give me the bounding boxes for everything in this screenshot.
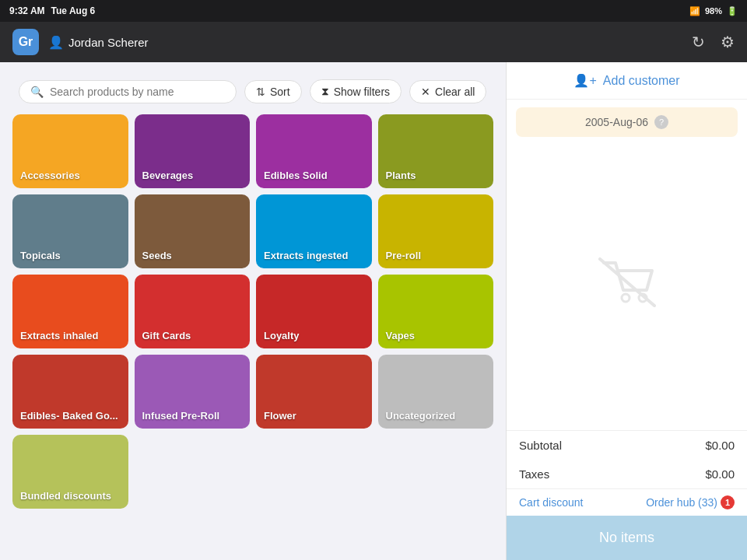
cart-empty <box>507 145 747 430</box>
category-label-extracts-inhaled: Extracts inhaled <box>20 330 98 342</box>
app-logo: Gr <box>12 29 39 55</box>
status-bar: 9:32 AM Tue Aug 6 📶 98% 🔋 <box>0 0 747 22</box>
user-info: 👤 Jordan Scherer <box>48 35 149 50</box>
order-hub-button[interactable]: Order hub (33) 1 <box>646 495 735 509</box>
user-name: Jordan Scherer <box>68 36 149 49</box>
header-right: ↻ ⚙ <box>692 33 735 51</box>
header-left: Gr 👤 Jordan Scherer <box>12 29 149 55</box>
category-label-flower: Flower <box>264 410 296 422</box>
taxes-value: $0.00 <box>705 467 735 481</box>
category-tile-infused-pre-roll[interactable]: Infused Pre-Roll <box>135 355 251 429</box>
category-label-loyalty: Loyalty <box>264 330 300 342</box>
category-tile-loyalty[interactable]: Loyalty <box>256 275 372 348</box>
category-label-gift-cards: Gift Cards <box>142 330 191 342</box>
category-tile-gift-cards[interactable]: Gift Cards <box>135 275 251 348</box>
category-label-infused-pre-roll: Infused Pre-Roll <box>142 410 220 422</box>
date-value: 2005-Aug-06 <box>585 116 648 128</box>
sort-label: Sort <box>270 86 290 98</box>
category-grid: AccessoriesBeveragesEdibles SolidPlantsT… <box>9 111 496 512</box>
clear-all-button[interactable]: ✕ Clear all <box>409 80 486 103</box>
category-tile-extracts-ingested[interactable]: Extracts ingested <box>256 194 372 268</box>
category-tile-pre-roll[interactable]: Pre-roll <box>378 194 494 268</box>
add-customer-label: Add customer <box>603 74 680 88</box>
category-tile-beverages[interactable]: Beverages <box>135 114 251 188</box>
filter-icon: ⧗ <box>321 85 329 98</box>
category-label-plants: Plants <box>386 170 416 182</box>
category-label-edibles-baked: Edibles- Baked Go... <box>20 410 118 422</box>
show-filters-label: Show filters <box>334 86 390 98</box>
right-panel: 👤+ Add customer 2005-Aug-06 ? Subtotal $… <box>506 62 747 560</box>
category-tile-bundled-discounts[interactable]: Bundled discounts <box>12 435 128 509</box>
add-customer-button[interactable]: 👤+ Add customer <box>507 62 747 100</box>
discount-row: Cart discount Order hub (33) 1 <box>507 488 747 516</box>
svg-point-0 <box>622 294 630 302</box>
battery-icon: 🔋 <box>727 6 738 16</box>
empty-cart-icon <box>596 255 658 320</box>
time: 9:32 AM <box>9 5 45 16</box>
search-icon: 🔍 <box>30 86 44 98</box>
order-hub-label: Order hub (33) <box>646 496 717 509</box>
main-layout: 🔍 ⇅ Sort ⧗ Show filters ✕ Clear all Acce… <box>0 62 747 560</box>
sort-icon: ⇅ <box>256 86 265 98</box>
category-label-topicals: Topicals <box>20 250 61 262</box>
date-badge: 2005-Aug-06 ? <box>516 107 738 137</box>
date: Tue Aug 6 <box>51 5 96 16</box>
toolbar: 🔍 ⇅ Sort ⧗ Show filters ✕ Clear all <box>9 72 496 111</box>
subtotal-value: $0.00 <box>705 439 735 452</box>
search-input[interactable] <box>50 86 225 98</box>
help-icon: ? <box>654 115 668 129</box>
user-icon: 👤 <box>48 35 64 50</box>
clear-all-label: Clear all <box>435 86 475 98</box>
category-tile-topicals[interactable]: Topicals <box>12 194 128 268</box>
header: Gr 👤 Jordan Scherer ↻ ⚙ <box>0 22 747 62</box>
category-tile-accessories[interactable]: Accessories <box>12 114 128 188</box>
svg-line-2 <box>600 259 654 306</box>
category-label-vapes: Vapes <box>386 330 416 342</box>
category-label-accessories: Accessories <box>20 170 80 182</box>
category-label-extracts-ingested: Extracts ingested <box>264 250 348 262</box>
order-hub-badge: 1 <box>721 495 735 509</box>
sort-button[interactable]: ⇅ Sort <box>244 80 302 103</box>
no-items-label: No items <box>599 530 654 545</box>
category-tile-extracts-inhaled[interactable]: Extracts inhaled <box>12 275 128 348</box>
search-box[interactable]: 🔍 <box>19 80 237 103</box>
taxes-label: Taxes <box>519 467 549 481</box>
show-filters-button[interactable]: ⧗ Show filters <box>310 79 402 103</box>
category-tile-seeds[interactable]: Seeds <box>135 194 251 268</box>
category-tile-uncategorized[interactable]: Uncategorized <box>378 355 494 429</box>
category-label-pre-roll: Pre-roll <box>386 250 422 262</box>
category-tile-edibles-solid[interactable]: Edibles Solid <box>256 114 372 188</box>
battery: 98% <box>705 6 722 16</box>
right-footer: Subtotal $0.00 Taxes $0.00 Cart discount… <box>507 430 747 560</box>
category-tile-vapes[interactable]: Vapes <box>378 275 494 348</box>
no-items-button[interactable]: No items <box>507 516 747 560</box>
category-label-beverages: Beverages <box>142 170 194 182</box>
category-tile-plants[interactable]: Plants <box>378 114 494 188</box>
category-tile-flower[interactable]: Flower <box>256 355 372 429</box>
status-left: 9:32 AM Tue Aug 6 <box>9 5 95 16</box>
category-label-bundled-discounts: Bundled discounts <box>20 490 111 502</box>
refresh-icon[interactable]: ↻ <box>692 33 705 51</box>
category-label-edibles-solid: Edibles Solid <box>264 170 328 182</box>
clear-icon: ✕ <box>421 86 430 98</box>
wifi-icon: 📶 <box>689 6 700 16</box>
settings-icon[interactable]: ⚙ <box>721 33 735 51</box>
cart-discount-button[interactable]: Cart discount <box>519 496 583 509</box>
left-panel: 🔍 ⇅ Sort ⧗ Show filters ✕ Clear all Acce… <box>0 62 506 560</box>
subtotal-label: Subtotal <box>519 439 562 452</box>
category-label-uncategorized: Uncategorized <box>386 410 456 422</box>
taxes-row: Taxes $0.00 <box>507 460 747 488</box>
add-customer-icon: 👤+ <box>573 73 596 88</box>
category-tile-edibles-baked[interactable]: Edibles- Baked Go... <box>12 355 128 429</box>
subtotal-row: Subtotal $0.00 <box>507 431 747 460</box>
category-label-seeds: Seeds <box>142 250 172 262</box>
status-right: 📶 98% 🔋 <box>689 6 738 16</box>
